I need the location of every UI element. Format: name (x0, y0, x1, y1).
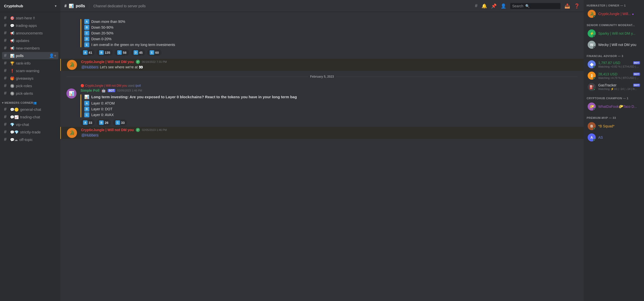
server-header[interactable]: Cryptohub ▾ (0, 0, 60, 12)
members-category-hubmaster: HUBMASTER | OWNER — 1 (584, 0, 644, 8)
members-category-financial: FINANCIAL ADVISOR — 3 (584, 51, 644, 59)
sidebar-item-pick-alerts[interactable]: # 🔘 pick-alerts (2, 90, 58, 97)
hash-icon: # (4, 23, 9, 28)
member-item-crypticjungle[interactable]: 🐊 CrypticJungle | Will... ● (585, 8, 643, 19)
sidebar-item-vip-chat[interactable]: # 💎 vip-chat (2, 121, 58, 128)
sidebar-item-off-topic[interactable]: # 💬☁ off-topic (2, 136, 58, 143)
member-info: AS (598, 135, 640, 139)
pin-icon[interactable]: 📌 (491, 3, 497, 9)
topbar: # 📊 polls Channel dedicated to server po… (60, 0, 584, 12)
poll-option: B Down 50-90% (84, 25, 578, 30)
sidebar-item-giveaways[interactable]: # 🎁 giveaways (2, 75, 58, 82)
message-crypticjungle-1: 🐊 CrypticJungle | Will not DM you ✓ 06/1… (60, 59, 584, 71)
member-item-btc[interactable]: ₿ 28,413 USD BOT Watching +4.79 % | BTCU… (585, 70, 643, 81)
message-content: CrypticJungle | Will not DM you ✓ 06/18/… (81, 60, 578, 70)
hash-icon: # (4, 53, 9, 58)
poll-letter-b: B (84, 25, 89, 30)
status-dot-online (593, 139, 596, 141)
member-info: GasTracker BOT Watching ⚡16 | ↑14 | ↓14 … (598, 83, 640, 91)
avatar: ⚡ (588, 29, 596, 37)
vote-badge-c[interactable]: C 58 (115, 49, 129, 56)
member-subtext: Watching +4.79 % | BTCUSD | ... (598, 76, 640, 79)
member-name: 28,413 USD (598, 72, 632, 76)
member-item-sparky[interactable]: ⚡ Sparky | Will not DM y... (585, 28, 643, 39)
poll-letter-b: B (84, 107, 89, 112)
topbar-channel-icon-emoji: 📊 (69, 4, 74, 8)
member-item-wecky[interactable]: W Wecky | Will not DM you (585, 39, 643, 50)
member-item-gastracker[interactable]: ⛽ GasTracker BOT Watching ⚡16 | ↑14 | ↓1… (585, 81, 643, 92)
hash-icon: # (4, 129, 9, 135)
topbar-channel-icon: # (64, 4, 67, 8)
sidebar-item-new-members[interactable]: # 📢 new-members (2, 44, 58, 52)
vote-badge-b[interactable]: B 26 (97, 119, 111, 126)
hash-threads-icon[interactable]: # (475, 3, 477, 9)
vote-badge-e[interactable]: E 60 (147, 49, 161, 56)
vote-badge-b[interactable]: B 135 (97, 49, 113, 56)
add-member-icon[interactable]: 👤+ (49, 53, 56, 58)
sidebar-item-pick-roles[interactable]: # 🔘 pick-roles (2, 82, 58, 89)
hash-icon: # (4, 45, 9, 51)
sidebar-item-updates[interactable]: # 📢 updates (2, 37, 58, 44)
sidebar-item-general-chat[interactable]: # 💬🟡 general-chat (2, 106, 58, 113)
member-item-whatdafook[interactable]: 🌮 WhatDaFook🌮Taco D... (585, 101, 643, 112)
members-category-premium: PREMIUM-MVP — 33 (584, 112, 644, 120)
avatar: ◆ (588, 60, 596, 68)
avatar: 📊 (66, 88, 76, 98)
verified-badge: ✓ (136, 128, 140, 132)
hash-icon: # (4, 68, 9, 73)
sidebar-item-announcements[interactable]: # 📢 announcements (2, 29, 58, 37)
sidebar-item-trading-chat[interactable]: # 💬📈 trading-chat (2, 113, 58, 121)
member-item-eth[interactable]: ◆ 1,797.87 USD BOT Watching +0.82 % | ET… (585, 59, 643, 70)
notification-icon[interactable]: 🔔 (481, 3, 487, 9)
poll-results-1: A Down more than 90% B Down 50-90% C Dow… (60, 16, 584, 57)
poll-letter-a: A (84, 101, 89, 106)
inbox-icon[interactable]: 📥 (565, 3, 570, 9)
vote-badge-a[interactable]: A 41 (80, 49, 95, 56)
sidebar-item-polls[interactable]: # 📊 polls 👤+ (2, 52, 58, 59)
hash-icon: # (4, 114, 9, 120)
status-dot-online (593, 77, 596, 80)
date-text: February 5, 2023 (310, 75, 334, 78)
search-icon: 🔍 (525, 4, 530, 8)
sidebar-item-start-here[interactable]: # 🎯 start-here ‼ (2, 14, 58, 22)
vote-badge-c[interactable]: C 33 (113, 119, 127, 126)
hash-icon: # (4, 122, 9, 127)
member-item-bsquad[interactable]: B *B Squad* (585, 121, 643, 132)
member-name: WhatDaFook🌮Taco D... (598, 105, 640, 109)
bot-badge: BOT (633, 73, 640, 76)
poll-option: E I am overall in the green on my long t… (84, 42, 578, 47)
avatar: W (588, 41, 596, 49)
topbar-channel-info: # 📊 polls (64, 4, 85, 8)
vote-badge-a[interactable]: A 33 (80, 119, 95, 126)
sidebar-item-scam-warning[interactable]: # ❗ scam-warning (2, 67, 58, 74)
hash-icon: # (4, 107, 9, 112)
hash-icon: # (4, 91, 9, 96)
avatar: 🐊 (67, 60, 77, 70)
message-header: CrypticJungle | Will not DM you ✓ 06/18/… (81, 60, 578, 64)
status-dot-online (593, 35, 596, 37)
member-name: *B Squad* (598, 124, 640, 128)
divider-line (336, 77, 578, 77)
poll-content: 📊 Long term investing: Are you exposed t… (80, 94, 578, 117)
sidebar-item-strictly-trade[interactable]: # 💬💎 strictly-trade (2, 128, 58, 136)
members-icon[interactable]: 👤 (501, 3, 506, 9)
member-info: *B Squad* (598, 124, 640, 128)
help-icon[interactable]: ❓ (574, 3, 580, 9)
member-name: Sparky | Will not DM y... (598, 31, 640, 35)
poll-option: D Down 0-20% (84, 36, 578, 41)
poll-title: 📊 Long term investing: Are you exposed t… (84, 94, 578, 99)
vote-badge-d[interactable]: D 45 (131, 49, 145, 56)
sidebar-item-trading-apps[interactable]: # 💬 trading-apps (2, 22, 58, 29)
member-item-as[interactable]: A AS (585, 132, 643, 143)
members-category-champion: CRYPTOHUB CHAMPION — 1 (584, 93, 644, 101)
hash-icon: # (4, 30, 9, 36)
sidebar-item-rank-info[interactable]: # 🏆 rank-info (2, 60, 58, 67)
slash-used-indicator: 🔴 CrypticJungle | Will not DM you used /… (60, 82, 584, 87)
messages-area: A Down more than 90% B Down 50-90% C Dow… (60, 12, 584, 301)
topbar-channel-name: polls (76, 4, 85, 8)
search-text: Search (512, 4, 523, 8)
search-bar[interactable]: Search 🔍 (510, 3, 560, 9)
member-info: 28,413 USD BOT Watching +4.79 % | BTCUSD… (598, 72, 640, 79)
verified-badge: ✓ (136, 60, 140, 64)
poll-border: A Down more than 90% B Down 50-90% C Dow… (80, 19, 578, 47)
